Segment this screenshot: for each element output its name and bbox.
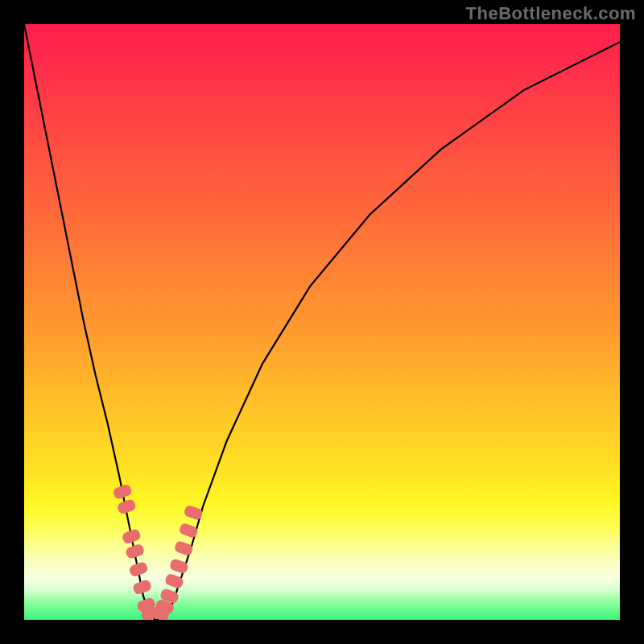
highlight-marker	[132, 579, 152, 596]
highlight-marker	[183, 504, 203, 521]
curve-path	[24, 24, 620, 620]
plot-area	[24, 24, 620, 620]
highlight-marker	[112, 484, 132, 501]
curve-layer	[24, 24, 620, 620]
highlight-markers-right	[150, 504, 204, 620]
highlight-markers-left	[112, 484, 160, 620]
highlight-marker	[174, 540, 194, 557]
highlight-marker	[179, 522, 199, 539]
watermark-text: TheBottleneck.com	[466, 3, 636, 24]
highlight-marker	[128, 561, 148, 578]
highlight-marker	[117, 498, 137, 515]
bottleneck-curve	[24, 24, 620, 620]
highlight-marker	[125, 543, 145, 560]
chart-frame: TheBottleneck.com	[0, 0, 644, 644]
highlight-marker	[121, 528, 141, 545]
